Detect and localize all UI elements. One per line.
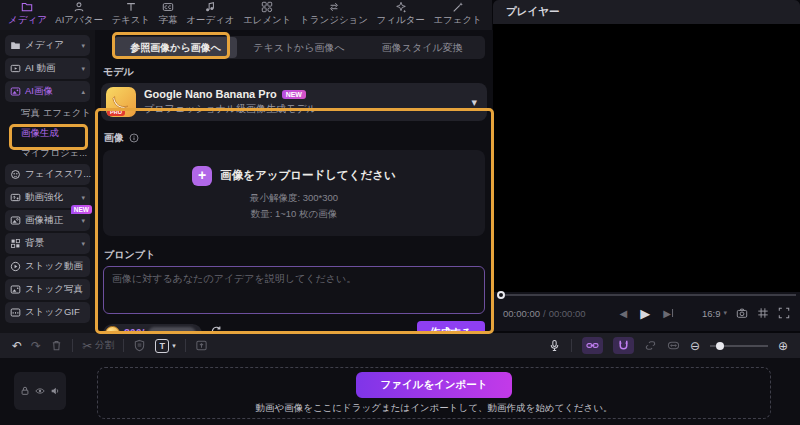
chevron-down-icon: ▾: [81, 217, 85, 225]
nav-tab-subtitles[interactable]: 字幕: [159, 1, 178, 27]
redo-button[interactable]: ↷: [31, 339, 41, 353]
scissors-icon: ✂: [82, 339, 92, 353]
lock-track-icon[interactable]: [20, 386, 30, 396]
nav-tab-audio[interactable]: オーディオ: [186, 1, 234, 27]
model-selector[interactable]: PRO Google Nano Banana Pro NEW プロフェッショナル…: [101, 83, 487, 121]
timecode-total: 00:00:00: [549, 308, 586, 319]
nav-tab-filters[interactable]: フィルター: [376, 1, 424, 27]
model-texts: Google Nano Banana Pro NEW プロフェッショナル級画像生…: [144, 88, 317, 116]
timeline-zoom-slider[interactable]: [710, 341, 768, 351]
filmora-window: メディア AIアバター テキスト 字幕 オーディオ エレメント トランジション: [0, 0, 800, 425]
nav-tab-media[interactable]: メディア: [8, 1, 47, 27]
sidebar-label: フェイススワ...: [25, 168, 91, 181]
marker-shield-icon: [133, 339, 146, 352]
model-name: Google Nano Banana Pro: [144, 88, 277, 100]
zoom-out-button[interactable]: ⊖: [690, 339, 700, 353]
next-frame-button[interactable]: ▶: [663, 308, 673, 319]
export-box-icon: [195, 339, 208, 352]
model-description: プロフェッショナル級画像生成モデル: [144, 102, 317, 116]
stock-photo-icon: [10, 284, 21, 295]
link-icon: [586, 339, 599, 352]
sidebar-item-stock-video[interactable]: ストック動画: [5, 256, 90, 277]
sidebar-item-stock-gif[interactable]: ストックGIF: [5, 302, 90, 323]
timecode-separator: /: [540, 308, 549, 319]
grid-overlay-icon[interactable]: [757, 307, 769, 319]
snapshot-camera-icon[interactable]: [736, 307, 748, 319]
timeline-toolbar-right: ⊖ ⊕: [548, 337, 788, 354]
prompt-textarea[interactable]: [103, 266, 485, 314]
player-panel: プレイヤー 00:00:00 / 00:00:00 ◀ ▶ ▶ 16:9 ▾: [493, 0, 800, 331]
subtitles-icon: [162, 1, 174, 13]
speaker-track-icon[interactable]: [50, 386, 60, 396]
tab-reference-to-image[interactable]: 参照画像から画像へ: [114, 37, 237, 58]
tab-text-to-image[interactable]: テキストから画像へ: [237, 37, 360, 58]
generator-tabs: 参照画像から画像へ テキストから画像へ 画像スタイル変換: [113, 36, 485, 59]
sidebar-item-background[interactable]: 背景 ▾: [5, 233, 90, 254]
sidebar-item-ai-video[interactable]: AI 動画 ▾: [5, 58, 90, 79]
play-button[interactable]: ▶: [640, 306, 650, 321]
text-tool-button[interactable]: T ▾: [155, 339, 176, 353]
nav-tab-text[interactable]: テキスト: [111, 1, 150, 27]
nav-tab-elements[interactable]: エレメント: [243, 1, 292, 27]
unlink-clips-button[interactable]: [644, 339, 657, 352]
aspect-ratio-selector[interactable]: 16:9 ▾: [702, 308, 727, 319]
player-title: プレイヤー: [506, 5, 559, 19]
chevron-up-icon: ▴: [81, 88, 85, 96]
sidebar-subitem-image-generation[interactable]: 画像生成: [5, 124, 90, 142]
microphone-icon: [548, 339, 561, 352]
effects-wand-icon: [452, 1, 464, 13]
split-button[interactable]: ✂ 分割: [82, 339, 114, 353]
nav-label: AIアバター: [55, 14, 103, 27]
audio-note-icon: [204, 1, 216, 13]
delete-button[interactable]: [50, 339, 63, 352]
face-swap-icon: [10, 169, 21, 180]
sidebar-item-ai-image[interactable]: AI画像 ▴: [5, 81, 90, 102]
import-file-button[interactable]: ファイルをインポート: [356, 372, 511, 398]
progress-track[interactable]: [503, 294, 796, 296]
sidebar-subitem-my-projects[interactable]: マイプロジェ...: [5, 144, 90, 162]
fullscreen-icon[interactable]: [778, 307, 790, 319]
nav-label: 字幕: [159, 14, 178, 27]
chevron-down-icon[interactable]: ▾: [471, 96, 477, 109]
nav-tab-effects[interactable]: エフェクト: [433, 1, 482, 27]
media-folder-icon: [21, 1, 33, 13]
sidebar-label: ストック写真: [25, 283, 83, 296]
nav-label: エフェクト: [433, 14, 482, 27]
banana-model-icon: PRO: [106, 87, 136, 117]
zoom-slider-handle[interactable]: [716, 342, 724, 350]
undo-button[interactable]: ↶: [12, 339, 22, 353]
nav-label: トランジション: [300, 14, 368, 27]
export-clip-button[interactable]: [195, 339, 208, 352]
info-icon[interactable]: [129, 133, 139, 143]
previous-frame-button[interactable]: ◀: [620, 308, 628, 319]
nav-label: テキスト: [111, 14, 150, 27]
text-tool-icon: T: [155, 339, 169, 353]
sidebar-item-image-correction[interactable]: 画像補正 ▾ NEW: [5, 210, 90, 231]
nav-label: エレメント: [243, 14, 292, 27]
zoom-in-button[interactable]: ⊕: [778, 339, 788, 353]
player-controls: 00:00:00 / 00:00:00 ◀ ▶ ▶ 16:9 ▾: [493, 298, 800, 328]
media-drop-zone[interactable]: ファイルをインポート 動画や画像をここにドラッグまたはインポートして、動画作成を…: [97, 367, 771, 419]
sidebar-item-face-swap[interactable]: フェイススワ... ▾: [5, 164, 90, 185]
player-viewport[interactable]: [493, 24, 800, 292]
chevron-down-icon: ▾: [81, 240, 85, 248]
prompt-label: プロンプト: [104, 248, 485, 262]
chevron-down-icon: ▾: [81, 42, 85, 50]
link-clips-button[interactable]: [582, 337, 603, 354]
marker-button[interactable]: [133, 339, 146, 352]
sidebar-subitem-photo-effects[interactable]: 写真 エフェクト: [5, 104, 90, 122]
tab-style-transfer[interactable]: 画像スタイル変換: [361, 37, 484, 58]
nav-tab-transitions[interactable]: トランジション: [300, 1, 368, 27]
sidebar-label: AI 動画: [25, 62, 56, 75]
sidebar-item-stock-photo[interactable]: ストック写真: [5, 279, 90, 300]
record-voiceover-button[interactable]: [548, 339, 561, 352]
eye-track-icon[interactable]: [35, 386, 45, 396]
snap-magnet-button[interactable]: [613, 337, 634, 354]
fit-timeline-button[interactable]: [667, 339, 680, 352]
plus-icon[interactable]: +: [192, 166, 212, 186]
stock-gif-icon: [10, 307, 21, 318]
pro-tag: PRO: [107, 109, 125, 116]
sidebar-item-media[interactable]: メディア ▾: [5, 35, 90, 56]
image-upload-dropzone[interactable]: + 画像をアップロードしてください 最小解像度: 300*300 数量: 1~1…: [103, 150, 485, 236]
nav-tab-ai-avatar[interactable]: AIアバター: [55, 1, 103, 27]
